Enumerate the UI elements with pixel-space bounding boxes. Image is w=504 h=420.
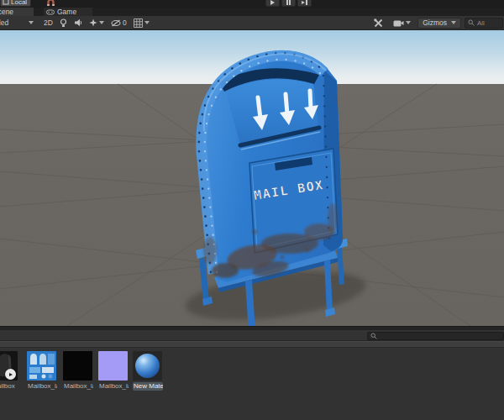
asset-expand-button[interactable] — [5, 369, 16, 380]
chevron-down-icon — [144, 21, 150, 24]
asset-label: Mailbox — [0, 382, 18, 391]
2d-toggle-label: 2D — [44, 18, 53, 27]
asset-label: Mailbox_la... — [63, 382, 93, 391]
pivot-local-toggle[interactable]: Local — [0, 0, 31, 7]
texture-thumbnail — [63, 351, 92, 381]
play-button[interactable] — [265, 0, 280, 7]
scene-tab-label: Scene — [0, 8, 13, 16]
component-tools-button[interactable] — [370, 16, 386, 29]
hidden-objects-toggle[interactable]: 0 — [108, 16, 130, 29]
pause-button[interactable] — [281, 0, 296, 7]
texture-thumbnail — [27, 351, 56, 381]
hidden-objects-count: 0 — [123, 18, 127, 27]
asset-item-texture-normal[interactable]: Mailbox_la... — [98, 351, 129, 391]
chevron-down-icon — [451, 21, 456, 24]
scene-viewport[interactable]: MAIL BOX — [0, 30, 504, 326]
effects-icon — [89, 18, 97, 27]
scene-search-text: All — [477, 19, 485, 27]
asset-item-material[interactable]: New Mater... — [133, 351, 163, 391]
play-icon — [9, 373, 13, 376]
tab-scene[interactable]: Scene — [0, 8, 34, 16]
gamepad-icon — [46, 9, 55, 15]
search-icon — [468, 19, 475, 26]
snap-toggle[interactable] — [44, 0, 57, 7]
step-icon — [302, 0, 307, 5]
hidden-eye-icon — [111, 19, 121, 27]
asset-grid: Mailbox Mailbox_la... Mailbox_la... — [0, 348, 504, 420]
project-path-bar — [0, 341, 504, 348]
game-tab-label: Game — [57, 8, 76, 16]
view-tab-bar: Scene Game — [0, 8, 504, 16]
tools-icon — [374, 18, 383, 28]
project-toolbar — [0, 330, 504, 341]
play-icon — [270, 0, 275, 5]
scene-render: MAIL BOX — [0, 30, 504, 326]
pause-icon — [286, 0, 291, 5]
audio-toggle[interactable] — [71, 16, 86, 29]
grid-visibility-dropdown[interactable] — [130, 16, 153, 29]
light-bulb-icon — [60, 18, 67, 28]
gizmos-dropdown[interactable]: Gizmos — [417, 18, 461, 29]
camera-settings-dropdown[interactable] — [390, 16, 414, 29]
scene-toolbar-left: Shaded 2D — [0, 16, 153, 29]
audio-icon — [74, 18, 82, 27]
asset-item-model[interactable]: Mailbox — [0, 351, 18, 391]
unity-editor-window: Local Scene Game S — [0, 0, 504, 420]
tab-game[interactable]: Game — [44, 8, 92, 16]
local-toggle-label: Local — [11, 0, 27, 6]
draw-mode-dropdown[interactable]: Shaded — [0, 16, 40, 29]
lighting-toggle[interactable] — [56, 16, 71, 29]
asset-label: Mailbox_la... — [98, 382, 129, 391]
step-button[interactable] — [297, 0, 312, 7]
asset-item-texture-albedo[interactable]: Mailbox_la... — [27, 351, 57, 391]
project-search-field[interactable] — [367, 332, 504, 340]
draw-mode-label: Shaded — [0, 18, 8, 27]
material-sphere-preview — [135, 354, 160, 378]
scene-search-field[interactable]: All — [465, 18, 503, 29]
camera-icon — [393, 19, 404, 27]
snap-magnet-icon — [46, 0, 55, 7]
mailbox-object[interactable]: MAIL BOX — [183, 50, 369, 326]
scene-view-toolbar: Shaded 2D — [0, 16, 504, 30]
chevron-down-icon — [29, 21, 34, 24]
play-controls — [265, 0, 312, 7]
pivot-icon — [3, 0, 9, 5]
asset-item-texture-black[interactable]: Mailbox_la... — [63, 351, 93, 391]
scene-toolbar-right: Gizmos All — [370, 16, 504, 29]
2d-toggle[interactable]: 2D — [40, 16, 56, 29]
gizmos-label: Gizmos — [423, 18, 447, 27]
search-icon — [370, 333, 377, 339]
texture-thumbnail — [98, 351, 128, 381]
effects-dropdown[interactable] — [86, 16, 108, 29]
asset-label: Mailbox_la... — [27, 382, 57, 391]
material-thumbnail — [133, 351, 162, 381]
asset-label-selected: New Mater... — [133, 382, 163, 391]
grid-icon — [134, 18, 143, 28]
chevron-down-icon — [99, 21, 104, 24]
chevron-down-icon — [406, 21, 411, 24]
main-toolbar: Local — [0, 0, 504, 8]
